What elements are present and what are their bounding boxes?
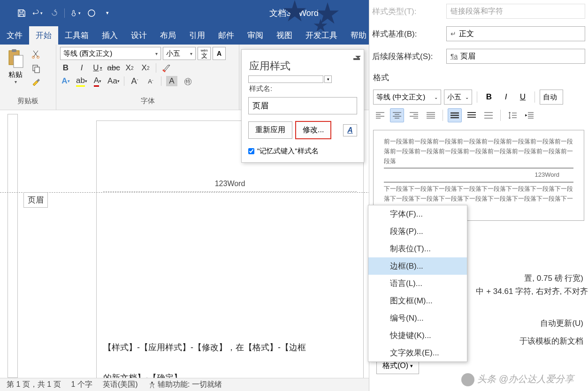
menu-paragraph[interactable]: 段落(P)... [368, 223, 467, 240]
font-size-combo[interactable]: 小五▾ [163, 47, 196, 60]
enclose-char-icon[interactable]: ㊕ [182, 76, 193, 86]
watermark: 头条 @办公达人爱分享 [461, 373, 574, 386]
char-shading-icon[interactable]: A [166, 76, 177, 86]
styles-pane-icon[interactable]: A [343, 124, 357, 136]
circle-icon[interactable] [86, 8, 97, 18]
bold-button[interactable]: B [60, 63, 71, 73]
tab-toolbox[interactable]: 工具箱 [58, 26, 95, 45]
paste-label[interactable]: 粘贴 [8, 70, 23, 79]
template-label[interactable]: 于该模板的新文档 [519, 336, 583, 346]
style-type-label: 样式类型(T): [372, 6, 442, 17]
auto-update-label[interactable]: 自动更新(U) [540, 318, 583, 329]
style-mini-caret[interactable]: ▾ [324, 75, 332, 83]
spacing-2-icon[interactable] [481, 108, 496, 122]
tab-insert[interactable]: 插入 [95, 26, 124, 45]
panel-dropdown-icon[interactable] [353, 58, 360, 60]
dlg-color-combo[interactable]: 自动 [540, 90, 563, 105]
svg-rect-7 [35, 67, 39, 73]
copy-icon[interactable] [31, 63, 42, 74]
save-icon[interactable] [16, 8, 27, 18]
tab-file[interactable]: 文件 [0, 26, 29, 45]
tab-references[interactable]: 引用 [183, 26, 212, 45]
font-group-label: 字体 [60, 95, 235, 107]
italic-button[interactable]: I [76, 63, 87, 73]
page-count[interactable]: 第 1 页，共 1 页 [7, 380, 61, 390]
format-context-menu: 字体(F)... 段落(P)... 制表位(T)... 边框(B)... 语言(… [368, 205, 467, 362]
word-count[interactable]: 1 个字 [71, 380, 92, 390]
language-status[interactable]: 英语(美国) [103, 380, 138, 390]
menu-numbering[interactable]: 编号(N)... [368, 309, 467, 327]
dlg-italic-button[interactable]: I [499, 90, 513, 104]
paste-icon[interactable] [6, 49, 25, 68]
phonetic-guide-icon[interactable]: wén文 [198, 47, 211, 60]
dlg-bold-button[interactable]: B [482, 90, 496, 104]
change-case-icon[interactable]: Aa▾ [108, 76, 119, 86]
redo-icon[interactable] [48, 8, 59, 18]
paragraph-1: 【样式】-【应用样式】-【修改】，在【格式】-【边框 [103, 340, 306, 355]
tab-view[interactable]: 视图 [270, 26, 299, 45]
dlg-underline-button[interactable]: U [516, 90, 530, 104]
tab-design[interactable]: 设计 [124, 26, 153, 45]
align-right-icon[interactable] [407, 108, 421, 122]
align-center-icon[interactable] [390, 108, 404, 122]
svg-rect-2 [12, 49, 16, 52]
autocomplete-label: "记忆式键入"样式名 [257, 147, 319, 156]
decoration-star [316, 2, 339, 26]
spacing-15-icon[interactable] [465, 108, 479, 122]
underline-button[interactable]: U▾ [92, 63, 103, 73]
accessibility-status[interactable]: 辅助功能: 一切就绪 [148, 380, 222, 390]
style-name-input[interactable]: 页眉 [248, 97, 357, 114]
tab-mail[interactable]: 邮件 [212, 26, 241, 45]
cut-icon[interactable] [31, 49, 42, 60]
char-border-icon[interactable]: A [213, 47, 226, 60]
next-style-label: 后续段落样式(S): [372, 51, 442, 62]
qat-more-icon[interactable]: ▾ [102, 8, 113, 18]
style-name-label: 样式名: [242, 83, 364, 95]
superscript-button[interactable]: X2 [140, 63, 151, 73]
shrink-font-icon[interactable]: Aˇ [145, 76, 156, 86]
touch-mode-icon[interactable]: ▾ [70, 8, 81, 18]
tab-home[interactable]: 开始 [29, 26, 58, 45]
svg-point-8 [151, 382, 153, 383]
header-text: 123Word [215, 180, 245, 188]
strikethrough-button[interactable]: abc [108, 63, 119, 73]
header-label: 页眉 [23, 192, 48, 208]
next-style-combo[interactable]: ¶a页眉 [446, 49, 585, 64]
grow-font-icon[interactable]: Aˇ [129, 76, 140, 86]
style-mini-input[interactable] [248, 75, 323, 83]
reapply-button[interactable]: 重新应用 [248, 121, 292, 139]
undo-icon[interactable]: ▾ [32, 8, 43, 18]
font-name-combo[interactable]: 等线 (西文正文)▾ [60, 47, 161, 60]
tab-layout[interactable]: 布局 [153, 26, 183, 45]
autocomplete-checkbox[interactable] [248, 148, 254, 154]
font-color-icon[interactable]: A▾ [92, 76, 103, 86]
apply-style-title: 应用样式 [242, 50, 364, 79]
format-section-label: 格式 [369, 68, 588, 88]
format-painter-icon[interactable] [31, 77, 42, 88]
apply-style-panel: 应用样式 ▾ 样式名: 页眉 重新应用 修改... A "记忆式键入"样式名 [241, 49, 364, 163]
based-on-combo[interactable]: ↵正文 [446, 26, 585, 41]
highlight-icon[interactable]: ab▾ [76, 76, 87, 86]
modify-button[interactable]: 修改... [295, 121, 331, 139]
subscript-button[interactable]: X2 [124, 63, 135, 73]
tab-review[interactable]: 审阅 [241, 26, 270, 45]
dlg-font-combo[interactable]: 等线 (中文正文)⌄ [373, 90, 441, 105]
menu-font[interactable]: 字体(F)... [368, 205, 467, 223]
spacing-1-icon[interactable] [448, 108, 462, 122]
style-type-combo[interactable]: 链接段落和字符 [446, 4, 585, 19]
svg-rect-3 [14, 55, 23, 68]
menu-shortcut[interactable]: 快捷键(K)... [368, 327, 467, 344]
menu-border[interactable]: 边框(B)... [368, 257, 467, 275]
para-spacing-icon[interactable] [505, 108, 519, 122]
text-effects-icon[interactable]: A▾ [60, 76, 71, 86]
menu-tabs[interactable]: 制表位(T)... [368, 240, 467, 257]
align-left-icon[interactable] [373, 108, 387, 122]
menu-effect[interactable]: 文字效果(E)... [368, 344, 467, 361]
dlg-size-combo[interactable]: 小五⌄ [444, 90, 472, 105]
menu-language[interactable]: 语言(L)... [368, 275, 467, 292]
align-justify-icon[interactable] [424, 108, 438, 122]
indent-inc-icon[interactable] [522, 108, 536, 122]
menu-frame[interactable]: 图文框(M)... [368, 292, 467, 309]
clear-format-icon[interactable] [161, 63, 172, 73]
based-on-label: 样式基准(B): [372, 29, 442, 39]
